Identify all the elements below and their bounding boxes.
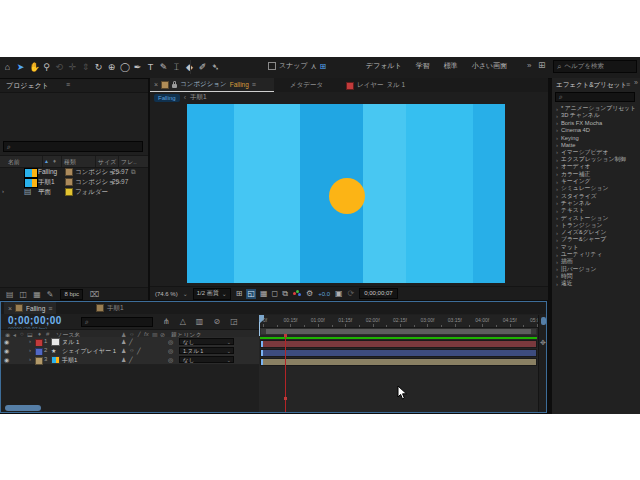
expander-icon[interactable]: › <box>29 347 31 353</box>
expander-icon[interactable]: › <box>556 193 558 199</box>
pan-behind-tool-icon[interactable]: ⊕ <box>107 59 116 75</box>
expander-icon[interactable]: › <box>556 120 558 126</box>
breadcrumb-current-comp[interactable]: Falling <box>154 94 180 102</box>
expander-icon[interactable]: › <box>556 200 558 206</box>
interpret-footage-icon[interactable]: ▤ <box>6 290 14 299</box>
hide-shy-layers-icon[interactable]: ▥ <box>196 317 204 326</box>
tab-composition-falling[interactable]: × コンポジション Falling ≡ <box>150 78 274 92</box>
timeline-tab-手順1[interactable]: 手順1 <box>92 302 128 314</box>
effects-category[interactable]: ›Boris FX Mocha <box>556 120 602 127</box>
snap-option-icon[interactable]: ⋏ <box>311 62 317 71</box>
parent-dropdown[interactable]: 1.ヌル 1⌄ <box>179 347 234 354</box>
breadcrumb-parent-comp[interactable]: 手順1 <box>190 93 207 102</box>
project-row[interactable]: Fallingコンポジション29.97⧉ <box>0 167 148 177</box>
expander-icon[interactable]: › <box>556 127 558 133</box>
parent-dropdown[interactable]: なし⌄ <box>179 356 234 363</box>
effects-panel-menu-icon[interactable]: ≡ <box>626 81 630 88</box>
layer-switch-icon[interactable]: ☼ <box>129 347 135 353</box>
snap-grid-icon[interactable]: ⊞ <box>320 62 327 71</box>
workspace-tab-1[interactable]: デフォルト <box>366 61 402 71</box>
tab-metadata[interactable]: メタデータ <box>290 81 323 90</box>
expander-icon[interactable]: › <box>556 171 558 177</box>
expander-icon[interactable]: › <box>556 281 558 287</box>
layer-duration-bar[interactable] <box>260 349 537 357</box>
trash-icon[interactable]: ⌧ <box>90 290 99 299</box>
workspace-bar-icon[interactable]: ⊞ <box>538 60 546 70</box>
expander-icon[interactable]: › <box>556 179 558 185</box>
grid-guides-icon[interactable]: ⊞ <box>236 289 243 299</box>
frame-blending-icon[interactable]: ⊘ <box>213 317 220 326</box>
video-eye-icon[interactable]: ◉ <box>4 338 9 345</box>
navigator-end-handle[interactable] <box>541 317 546 325</box>
expander-icon[interactable]: › <box>556 135 558 141</box>
layer-switch-icon[interactable]: ╱ <box>129 356 133 363</box>
transparency-grid-icon[interactable]: ▦ <box>260 289 268 299</box>
clone-stamp-tool-icon[interactable]: ⌶ <box>172 59 181 75</box>
expander-icon[interactable]: › <box>556 252 558 258</box>
expander-icon[interactable]: › <box>556 208 558 214</box>
region-of-interest-icon[interactable]: ◱ <box>246 289 256 299</box>
gear-icon[interactable]: ⚙ <box>306 289 313 299</box>
label-color-swatch[interactable] <box>65 168 73 176</box>
expander-icon[interactable]: › <box>556 244 558 250</box>
parent-pickwhip-icon[interactable]: ◎ <box>168 347 173 354</box>
layer-duration-bar[interactable] <box>260 358 537 366</box>
project-panel-menu-icon[interactable]: ≡ <box>66 81 70 88</box>
project-row[interactable]: ›▤平面フォルダー <box>0 187 148 197</box>
parent-pickwhip-icon[interactable]: ◎ <box>168 338 173 345</box>
layer-switch-icon[interactable]: ♟ <box>121 356 126 363</box>
view-layout-icon[interactable]: ⧉ <box>282 289 288 299</box>
hand-tool-icon[interactable]: ✋ <box>29 59 38 75</box>
new-composition-icon[interactable]: ▦ <box>33 290 41 299</box>
project-search-input[interactable]: ⌕ <box>3 141 143 152</box>
timeline-tab-Falling[interactable]: ×Falling≡ <box>4 302 56 314</box>
brush-tool-icon[interactable]: ✎ <box>159 59 168 75</box>
workspace-overflow-icon[interactable]: » <box>527 61 531 70</box>
expander-icon[interactable]: › <box>29 356 31 362</box>
color-depth-button[interactable]: 8 bpc <box>60 289 83 300</box>
comp-marker-bin-icon[interactable]: ✥ <box>540 339 546 347</box>
expander-icon[interactable]: › <box>556 222 558 228</box>
video-eye-icon[interactable]: ◉ <box>4 356 9 363</box>
expander-icon[interactable]: › <box>556 149 558 155</box>
puppet-pin-tool-icon[interactable]: ➴ <box>211 59 220 75</box>
effects-category[interactable]: ›Cinema 4D <box>556 127 590 134</box>
current-timecode[interactable]: 0;00;00;00 <box>8 315 62 326</box>
expander-icon[interactable]: › <box>556 273 558 279</box>
effects-search-input[interactable]: ⌕ <box>555 92 635 102</box>
effects-category[interactable]: ›遠近 <box>556 280 573 287</box>
zoom-tool-icon[interactable]: ⚲ <box>42 59 51 75</box>
layer-duration-bar[interactable] <box>260 340 537 348</box>
workspace-tab-2[interactable]: 学習 <box>416 61 430 71</box>
layer-switch-icon[interactable]: ╱ <box>137 347 141 354</box>
shape-tool-icon[interactable]: ◯ <box>120 59 129 75</box>
video-eye-icon[interactable]: ◉ <box>4 347 9 354</box>
roto-brush-tool-icon[interactable]: ✐ <box>198 59 207 75</box>
effects-overflow-icon[interactable]: » <box>634 79 638 86</box>
effects-category[interactable]: ›3D チャンネル <box>556 112 600 119</box>
exposure-value[interactable]: +0.0 <box>318 291 330 297</box>
snap-checkbox[interactable] <box>268 62 276 70</box>
expander-icon[interactable]: › <box>556 230 558 236</box>
graph-editor-icon[interactable]: ◲ <box>230 317 238 326</box>
workspace-tab-3[interactable]: 標準 <box>444 61 458 71</box>
layer-row[interactable]: ◉›3手順1♟╱◎なし⌄ <box>1 355 259 365</box>
expander-icon[interactable]: › <box>556 266 558 272</box>
resolution-dropdown[interactable]: 1/2 画質 ⌄ <box>193 288 231 300</box>
effects-category[interactable]: ›Keying <box>556 134 579 141</box>
snapshot-icon[interactable]: ▣ <box>335 289 343 299</box>
pen-tool-icon[interactable]: ✒ <box>133 59 142 75</box>
expander-icon[interactable]: › <box>556 157 558 163</box>
magnification-value[interactable]: (74.6 %) <box>155 291 178 297</box>
label-color-swatch[interactable] <box>65 188 73 196</box>
current-time-indicator-line[interactable] <box>285 334 286 412</box>
parent-pickwhip-icon[interactable]: ◎ <box>168 356 173 363</box>
parent-dropdown[interactable]: なし⌄ <box>179 338 234 345</box>
layer-switch-icon[interactable]: ♟ <box>121 347 126 354</box>
expander-icon[interactable]: › <box>556 237 558 243</box>
expander-icon[interactable]: › <box>556 142 558 148</box>
new-folder-icon[interactable]: ◫ <box>20 290 28 299</box>
layer-switch-icon[interactable]: ╱ <box>129 338 133 345</box>
tab-menu-icon[interactable]: ≡ <box>48 305 52 312</box>
expander-icon[interactable]: › <box>556 186 558 192</box>
